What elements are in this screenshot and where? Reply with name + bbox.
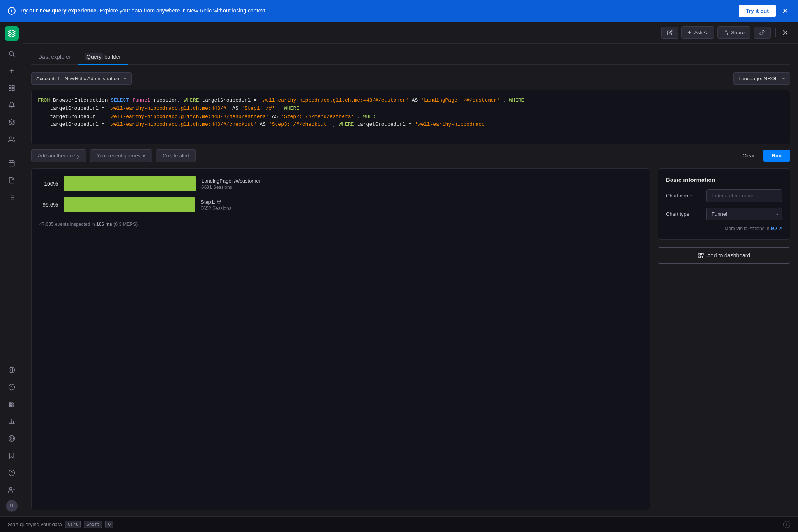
chart-area: 100% LandingPage: /#/customer 6681 Sessi… [31,168,650,510]
kbd-shift: Shift [84,521,102,528]
chart-name-input[interactable] [706,189,782,202]
search-icon [8,50,15,57]
svg-point-28 [9,404,11,405]
bottom-bar: Start querying your data Ctrl Shift O i [0,516,798,532]
kw-str4: 'well-earthy-hippodraco.glitch.me:443/#/… [108,122,256,127]
create-alert-button[interactable]: Create alert [156,149,196,162]
banner-left: i Try our new query experience. Explore … [8,7,739,15]
sidebar-item-layers[interactable] [5,115,19,129]
kw-str1: 'well-earthy-hippodraco.glitch.me:443/#/… [260,97,409,103]
sidebar-item-alerts[interactable] [5,98,19,112]
sidebar-item-doc[interactable] [5,173,19,187]
apps-icon [8,401,15,408]
sidebar-item-search[interactable] [5,47,19,61]
top-banner: i Try our new query experience. Explore … [0,0,798,22]
query-editor[interactable]: FROM BrowserInteraction SELECT funnel (s… [31,90,790,144]
chart-name-row: Chart name [666,189,782,202]
funnel-name-1: Step1: /# [201,199,231,205]
add-to-dashboard-label: Add to dashboard [707,252,750,259]
sidebar-item-warning[interactable] [5,380,19,394]
kw-asval3: 'Step2: /#/menu/esthers' [281,114,354,120]
chart-type-select[interactable]: Funnel Bar Line Area Table [706,208,782,220]
kw-as2: AS [232,106,241,111]
io-link[interactable]: I/O ↗ [771,226,782,231]
ask-ai-label: Ask AI [694,30,708,35]
clear-button[interactable]: Clear [738,150,759,162]
sidebar-item-chart[interactable] [5,414,19,428]
kw-as3: AS [272,114,281,120]
sidebar-item-bookmark[interactable] [5,449,19,463]
kw-asval2: 'Step1: /#' [242,106,275,111]
sidebar-item-target[interactable] [5,432,19,446]
kw-browser: BrowserInteraction [53,97,111,103]
kw-asval1: 'LandingPage: /#/customer' [421,97,500,103]
content-area: ✦ Ask AI Share ✕ [23,22,798,516]
kw-where1: WHERE [184,97,199,103]
kw-paren: (session, [154,97,184,103]
svg-rect-10 [9,161,14,166]
chart-type-row: Chart type Funnel Bar Line Area Table ▾ [666,208,782,220]
svg-point-32 [11,405,12,407]
close-button[interactable]: ✕ [780,27,790,38]
kw-as1: AS [412,97,421,103]
filter-icon [8,194,15,201]
alerts-icon [8,102,15,109]
sidebar-item-filter[interactable] [5,190,19,204]
sidebar-item-apps[interactable] [5,397,19,411]
link-button[interactable] [754,27,771,39]
bottom-info-icon[interactable]: i [783,521,790,528]
sidebar-item-dashboard[interactable] [5,81,19,95]
recent-queries-button[interactable]: Your recent queries ▾ [90,149,152,162]
edit-button[interactable] [661,27,678,39]
banner-close-button[interactable]: ✕ [780,6,790,16]
tab-query-builder[interactable]: Query builder [78,50,128,65]
tab-query-builder-prefix: Query [85,53,103,60]
sidebar-item-add[interactable] [5,64,19,78]
doc-icon [8,177,15,184]
svg-rect-4 [9,85,11,87]
query-builder: Data explorer Query builder Account: 1 -… [23,44,798,516]
share-button[interactable]: Share [717,26,750,39]
sidebar-item-globe[interactable] [5,363,19,377]
sidebar-item-add-user[interactable] [5,483,19,497]
sidebar-item-calendar[interactable] [5,156,19,170]
sidebar-logo[interactable] [5,26,19,41]
svg-line-1 [13,55,14,56]
account-row: Account: 1 - NewRelic Administration Lan… [31,72,790,85]
user-avatar[interactable]: U [6,500,18,512]
run-button[interactable]: Run [763,150,790,162]
kw-comma4: , [333,122,336,127]
svg-point-39 [10,437,13,440]
kw-str3: 'well-earthy-hippodraco.glitch.me:443/#/… [108,114,268,120]
dropdown-icon: ▾ [143,153,145,159]
add-icon [8,67,15,74]
svg-point-9 [9,137,12,139]
warning-icon [8,384,15,391]
svg-point-33 [13,405,14,407]
add-another-query-button[interactable]: Add another query [31,149,86,162]
kw-where3: WHERE [284,106,299,111]
language-selector[interactable]: Language: NRQL [733,72,790,85]
tab-data-explorer[interactable]: Data explorer [31,50,78,65]
funnel-sessions-0: 6681 Sessions [201,185,261,190]
globe-icon [8,366,15,373]
events-inspected: 47,635 events inspected in 166 ms (0.3 M… [39,222,642,227]
svg-point-43 [9,487,12,490]
bookmark-icon [8,452,15,459]
banner-info-icon: i [8,7,16,15]
svg-point-25 [9,402,11,403]
add-to-dashboard-button[interactable]: Add to dashboard [658,247,790,264]
add-dashboard-icon [698,252,704,259]
try-it-out-button[interactable]: Try it out [739,5,776,17]
account-selector[interactable]: Account: 1 - NewRelic Administration [31,72,132,85]
funnel-pct-0: 100% [39,181,58,187]
sidebar-item-help[interactable] [5,466,19,480]
help-icon [8,469,15,476]
kw-select: SELECT [111,97,129,103]
edit-icon [667,30,673,35]
funnel-sessions-1: 6652 Sessions [201,206,231,211]
sidebar-item-people[interactable] [5,132,19,146]
svg-rect-49 [699,256,701,258]
link-icon [759,30,765,35]
ask-ai-button[interactable]: ✦ Ask AI [681,26,714,39]
